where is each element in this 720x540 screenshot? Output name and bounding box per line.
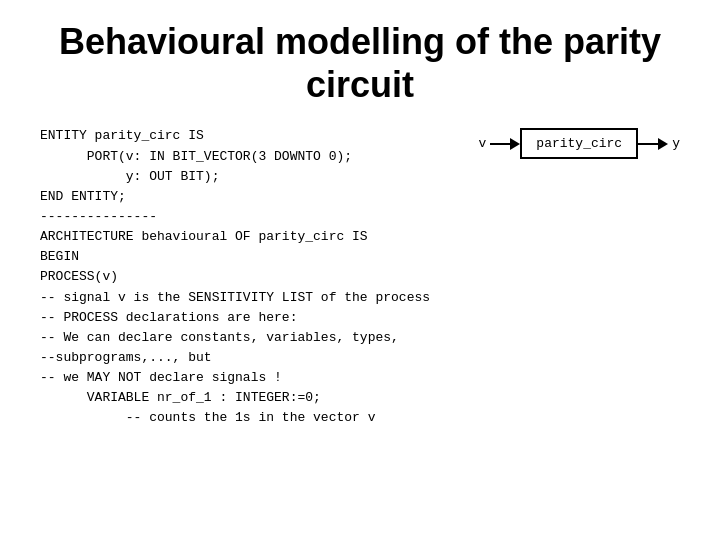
circuit-box: parity_circ bbox=[520, 128, 638, 159]
code-line-11: -- We can declare constants, variables, … bbox=[40, 328, 469, 348]
code-line-14: VARIABLE nr_of_1 : INTEGER:=0; bbox=[40, 388, 469, 408]
code-line-15: -- counts the 1s in the vector v bbox=[40, 408, 469, 428]
output-arrow-icon bbox=[638, 137, 668, 151]
code-line-4: END ENTITY; bbox=[40, 187, 469, 207]
page-container: Behavioural modelling of the parity circ… bbox=[0, 0, 720, 540]
code-line-12: --subprograms,..., but bbox=[40, 348, 469, 368]
code-line-13: -- we MAY NOT declare signals ! bbox=[40, 368, 469, 388]
code-line-5: --------------- bbox=[40, 207, 469, 227]
code-line-7: BEGIN bbox=[40, 247, 469, 267]
input-label: v bbox=[479, 136, 487, 151]
output-label: y bbox=[672, 136, 680, 151]
diagram-row: v parity_circ y bbox=[479, 128, 680, 159]
code-line-3: y: OUT BIT); bbox=[40, 167, 469, 187]
code-block: ENTITY parity_circ IS PORT(v: IN BIT_VEC… bbox=[40, 126, 469, 428]
circuit-diagram: v parity_circ y bbox=[479, 126, 680, 428]
code-line-9: -- signal v is the SENSITIVITY LIST of t… bbox=[40, 288, 469, 308]
page-title: Behavioural modelling of the parity circ… bbox=[40, 20, 680, 106]
code-line-10: -- PROCESS declarations are here: bbox=[40, 308, 469, 328]
code-line-6: ARCHITECTURE behavioural OF parity_circ … bbox=[40, 227, 469, 247]
input-arrow-icon bbox=[490, 137, 520, 151]
code-line-8: PROCESS(v) bbox=[40, 267, 469, 287]
code-line-2: PORT(v: IN BIT_VECTOR(3 DOWNTO 0); bbox=[40, 147, 469, 167]
code-line-1: ENTITY parity_circ IS bbox=[40, 126, 469, 146]
content-area: ENTITY parity_circ IS PORT(v: IN BIT_VEC… bbox=[40, 126, 680, 428]
